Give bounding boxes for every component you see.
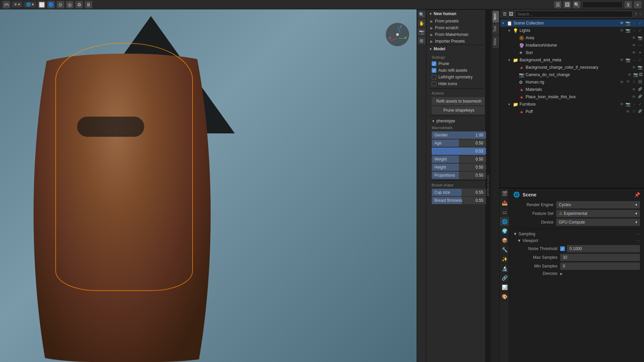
- menu-from-makehuman[interactable]: ▶ From MakeHuman: [426, 31, 491, 38]
- viewport-gizmo[interactable]: Z Y X: [386, 23, 409, 46]
- overlays[interactable]: ⊙: [57, 1, 64, 8]
- tree-bg-color[interactable]: ▶ 🔺 Background_change_color_if_necessary…: [500, 64, 644, 71]
- lights-select-icon[interactable]: ↓: [631, 28, 637, 33]
- filter-btn[interactable]: ⊻: [635, 12, 637, 16]
- fur-select-icon[interactable]: ↓: [631, 102, 637, 107]
- grab-btn[interactable]: ✋: [418, 19, 425, 27]
- noise-threshold-checkbox[interactable]: ✓: [560, 246, 565, 251]
- scene-pin-icon[interactable]: 📌: [634, 192, 640, 197]
- model-header[interactable]: ▼ Model ⋯: [426, 45, 491, 53]
- prop-tab-particles[interactable]: ✨: [500, 254, 509, 264]
- add-btn[interactable]: +: [639, 12, 641, 16]
- scene-vis-icon[interactable]: 👁: [619, 21, 625, 25]
- prop-tab-modifier[interactable]: 🔧: [500, 245, 509, 254]
- phenotype-header[interactable]: ▼ phenotype: [429, 117, 489, 125]
- bg-vis-icon[interactable]: 👁: [619, 58, 625, 62]
- camera-btn[interactable]: 📷: [418, 28, 425, 36]
- tree-materials[interactable]: ▶ 🔺 Materials 👁 🔗: [500, 86, 644, 93]
- pt-vis-icon[interactable]: 👁: [631, 95, 637, 99]
- material-preview[interactable]: ◎: [66, 1, 73, 8]
- fur-vis-icon[interactable]: 👁: [619, 102, 625, 107]
- checkbox-hide-icons[interactable]: [432, 81, 436, 86]
- outliner-display[interactable]: 🖼: [564, 1, 571, 8]
- prop-tab-object[interactable]: 📦: [500, 236, 509, 245]
- sun-sun-icon[interactable]: ✦: [637, 50, 643, 55]
- cam-vis-icon[interactable]: 👁: [627, 72, 632, 77]
- setting-auto-refit[interactable]: ✓ Auto refit assets: [429, 67, 489, 74]
- tree-lights[interactable]: ▼ 💡 Lights 👁 📷 ↓ ✓: [500, 27, 644, 34]
- prop-tab-physics[interactable]: 🔬: [500, 264, 509, 273]
- tree-camera[interactable]: ▶ 📷 Camera_do_not_change 👁 📷 🖼: [500, 71, 644, 78]
- tree-area[interactable]: ▶ 🔆 Area 👁 📷: [500, 34, 644, 42]
- menu-from-presets[interactable]: ▶ From presets: [426, 18, 491, 24]
- area-render-icon[interactable]: 📷: [637, 36, 643, 40]
- prop-tab-render[interactable]: 🎬: [500, 189, 509, 198]
- render-button[interactable]: ⬜: [38, 1, 45, 8]
- scene-select-icon[interactable]: ↓: [631, 21, 637, 25]
- irr-dots-icon[interactable]: ⋯: [637, 43, 643, 48]
- slider-active[interactable]: 0.53: [432, 147, 486, 155]
- sampling-title[interactable]: ▼ Sampling ⋯: [513, 232, 640, 236]
- puff-vis-icon[interactable]: 👁: [625, 109, 631, 114]
- tree-place-toon[interactable]: ▶ 🔺 Place_toon_inside_this_box 👁 🔗: [500, 93, 644, 101]
- prop-tab-world[interactable]: 🌍: [500, 226, 509, 236]
- new-human-header[interactable]: ▼ New human ⋯: [426, 9, 491, 18]
- fur-render-icon[interactable]: 📷: [625, 102, 631, 107]
- irr-vis-icon[interactable]: 👁: [631, 43, 637, 48]
- scene-render-icon[interactable]: 📷: [625, 21, 631, 25]
- noise-threshold-value[interactable]: 0.1000: [567, 245, 640, 252]
- slider-age[interactable]: Age 0.50: [432, 139, 486, 147]
- bg-select-icon[interactable]: ↓: [631, 58, 637, 62]
- area-vis-icon[interactable]: 👁: [631, 36, 637, 40]
- lights-vis-icon[interactable]: 👁: [619, 28, 625, 33]
- slider-height[interactable]: Height 0.50: [432, 164, 486, 171]
- viewport-shading[interactable]: 🌐 ▾: [24, 2, 36, 7]
- prop-tab-view-layer[interactable]: 🗂: [500, 207, 509, 217]
- slider-gender[interactable]: Gender 1.00: [432, 131, 486, 139]
- fur-check-icon[interactable]: ✓: [637, 102, 643, 107]
- outliner-search-field[interactable]: [515, 11, 633, 17]
- device-dropdown[interactable]: GPU Compute ▾: [556, 219, 640, 226]
- tree-human-rig[interactable]: ▶ ⚙ Human.rig 👁 ⚒ ⚔ ⬛: [500, 78, 644, 86]
- checkbox-symmetry[interactable]: [432, 75, 436, 79]
- prop-tab-constraints[interactable]: 🔗: [500, 273, 509, 283]
- lights-check-icon[interactable]: ✓: [637, 28, 643, 33]
- checkbox-prune[interactable]: ✓: [432, 61, 436, 66]
- prune-shapekeys-button[interactable]: Prune shapekeys: [432, 106, 486, 114]
- slider-weight[interactable]: Weight 0.50: [432, 156, 486, 163]
- refit-assets-button[interactable]: Refit assets to basemesh: [432, 97, 486, 105]
- mat-vis-icon[interactable]: 👁: [631, 87, 637, 92]
- pause-button[interactable]: ⏸: [85, 1, 92, 8]
- menu-from-scratch[interactable]: ▶ From scratch: [426, 24, 491, 31]
- outliner-toggle[interactable]: ☰: [554, 1, 561, 8]
- bgc-render-icon[interactable]: 📷: [637, 65, 643, 70]
- bg-check-icon[interactable]: ✓: [637, 58, 643, 62]
- slider-cup-size[interactable]: Cup size 0.55: [432, 189, 486, 196]
- rendered-view[interactable]: 🔵: [47, 1, 55, 8]
- rig-vis-icon[interactable]: 👁: [619, 80, 625, 84]
- tree-bg-meta[interactable]: ▼ 📁 Background_and_meta 👁 📷 ↓ ✓: [500, 56, 644, 64]
- bg-render-icon[interactable]: 📷: [625, 58, 631, 62]
- tree-puff[interactable]: ▶ 🔺 Puff 👁 ⬡ 🔗: [500, 108, 644, 115]
- tree-irradiance[interactable]: ▶ 🔮 IrradianceVolume 👁 ⋯: [500, 42, 644, 49]
- add-icon[interactable]: +: [634, 1, 641, 8]
- max-samples-value[interactable]: 32: [560, 254, 640, 261]
- slider-proportions[interactable]: Proportions 0.50: [432, 172, 486, 179]
- zoom-btn[interactable]: 🔍: [418, 11, 425, 18]
- grid-btn[interactable]: ⊞: [418, 37, 425, 44]
- sampling-dots[interactable]: ⋯: [636, 232, 640, 236]
- outliner-search[interactable]: 🔍: [573, 1, 580, 8]
- checkbox-auto-refit[interactable]: ✓: [432, 68, 436, 73]
- lights-render-icon[interactable]: 📷: [625, 28, 631, 33]
- bgc-vis-icon[interactable]: 👁: [631, 65, 637, 70]
- setting-prune[interactable]: ✓ Prune: [429, 60, 489, 67]
- view-menu[interactable]: ✈ ▾: [12, 2, 22, 7]
- viewport[interactable]: Z Y X 🔍 ✋ 📷 ⊞: [0, 9, 426, 362]
- prop-tab-material[interactable]: 🎨: [500, 292, 509, 301]
- setting-symmetry[interactable]: Left/right symmetry: [429, 74, 489, 80]
- slider-breast-firmness[interactable]: Breast firmness 0.55: [432, 197, 486, 204]
- render-engine-dropdown[interactable]: Cycles ▾: [556, 201, 640, 208]
- scene-check-icon[interactable]: ✓: [637, 21, 643, 25]
- side-tab-item[interactable]: Item: [492, 11, 499, 22]
- prop-tab-data[interactable]: 📊: [500, 283, 509, 292]
